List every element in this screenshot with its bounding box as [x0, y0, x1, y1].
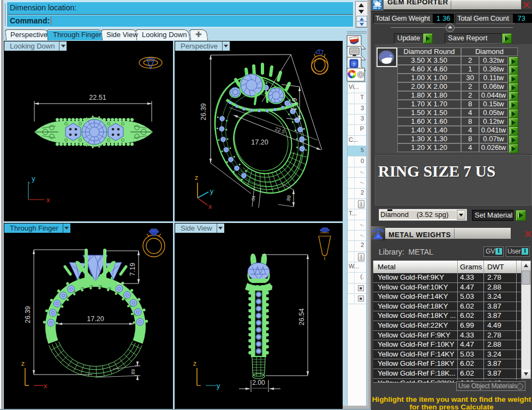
svg-text:22.5: 22.5: [274, 125, 286, 135]
svg-text:26.54: 26.54: [298, 308, 306, 325]
svg-text:7.19: 7.19: [290, 98, 298, 112]
svg-text:y: y: [32, 174, 35, 183]
svg-text:?: ?: [352, 62, 355, 67]
svg-text:y: y: [217, 382, 220, 390]
svg-text:z: z: [21, 359, 25, 367]
svg-text:.89: .89: [130, 369, 136, 376]
svg-text:17.20: 17.20: [87, 315, 104, 323]
svg-text:26.39: 26.39: [200, 103, 207, 120]
svg-text:.89: .89: [285, 195, 292, 202]
svg-text:x: x: [44, 382, 47, 390]
svg-text:17.20: 17.20: [251, 138, 268, 146]
svg-text:z: z: [195, 173, 199, 182]
svg-text:x: x: [208, 202, 212, 210]
svg-text:z: z: [193, 359, 197, 367]
svg-text:22.51: 22.51: [89, 94, 106, 101]
svg-text:26.39: 26.39: [24, 306, 32, 323]
svg-text:x: x: [46, 196, 50, 204]
svg-text:y: y: [210, 187, 214, 195]
svg-text:2.00: 2.00: [252, 379, 265, 387]
svg-text:.04: .04: [250, 195, 256, 202]
svg-text:7.19: 7.19: [129, 263, 136, 276]
